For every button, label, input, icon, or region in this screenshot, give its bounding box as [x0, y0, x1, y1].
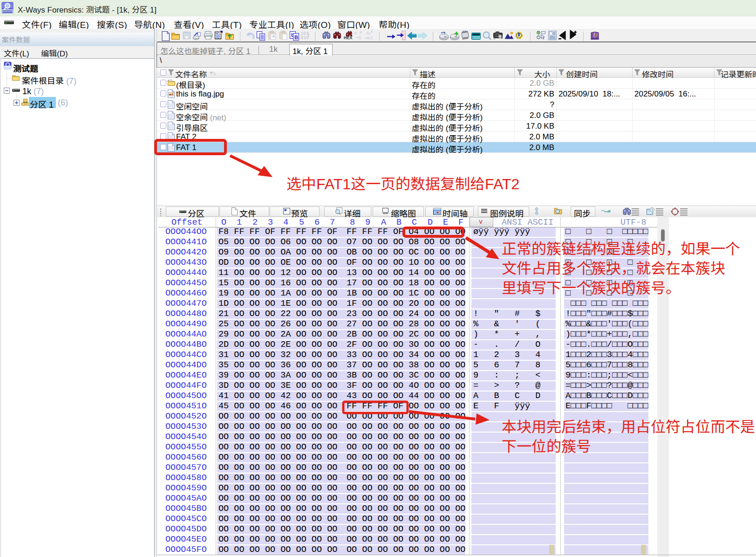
- svg-text:HEX: HEX: [365, 36, 373, 40]
- svg-text:B: B: [294, 34, 298, 40]
- svg-text:?: ?: [593, 33, 595, 38]
- svg-text:A: A: [366, 31, 369, 35]
- svg-text:010: 010: [300, 35, 309, 40]
- svg-text:?: ?: [596, 33, 598, 38]
- svg-text:B: B: [359, 35, 361, 40]
- svg-text:A: A: [354, 31, 357, 35]
